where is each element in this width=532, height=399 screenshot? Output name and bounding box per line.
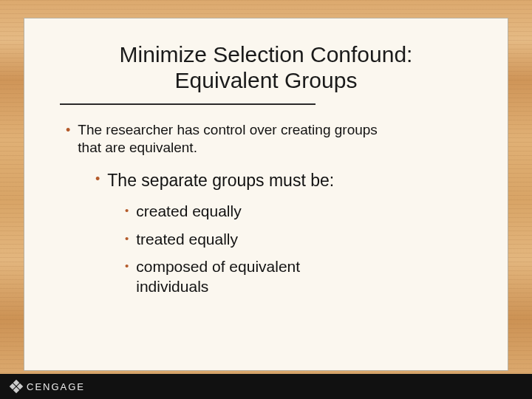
bullet-level3: • treated equally [125,229,472,249]
title-line-2: Equivalent Groups [175,68,358,92]
slide-card: Minimize Selection Confound: Equivalent … [24,18,508,371]
brand-text: CENGAGE [27,381,85,392]
bullet-dot-icon: • [66,123,70,137]
bullet-level3: • composed of equivalent individuals [125,256,472,297]
slide-title: Minimize Selection Confound: Equivalent … [60,42,472,93]
bullet-dot-icon: • [95,172,100,185]
bullet-text: The separate groups must be: [107,170,334,191]
bullet-dot-icon: • [125,233,129,244]
title-line-1: Minimize Selection Confound: [120,42,413,66]
bullet-level3: • created equally [125,201,472,221]
bullet-text: treated equally [136,229,238,249]
bullet-text: created equally [136,201,241,221]
bullet-level1: • The researcher has control over creati… [66,121,472,157]
brand-logo: CENGAGE [10,381,85,392]
bullet-dot-icon: • [125,260,129,271]
bullet-text: composed of equivalent individuals [136,256,358,297]
bullet-level2: • The separate groups must be: [95,170,472,191]
bullet-dot-icon: • [125,205,129,216]
bullet-text: The researcher has control over creating… [78,121,388,157]
cengage-mark-icon [10,381,22,392]
title-divider [60,103,316,105]
footer-bar: CENGAGE [0,374,532,399]
